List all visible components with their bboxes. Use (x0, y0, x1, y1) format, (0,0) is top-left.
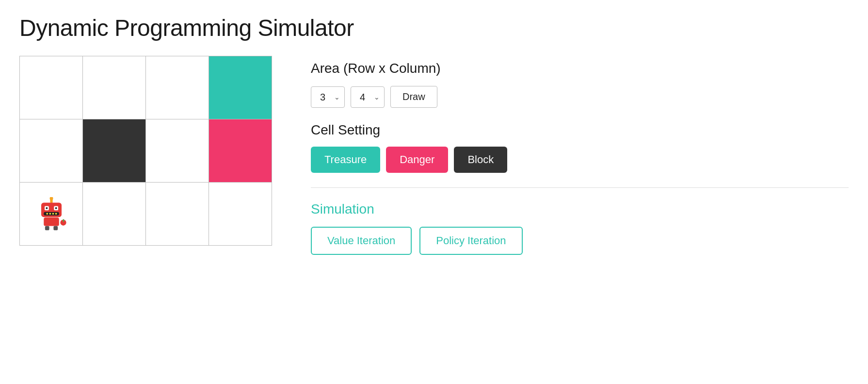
grid-container (19, 56, 272, 246)
grid-cell-1-3[interactable] (209, 119, 272, 183)
col-dropdown-wrapper: 123456 ⌄ (351, 86, 385, 108)
cell-buttons: Treasure Danger Block (311, 147, 849, 173)
draw-button[interactable]: Draw (390, 86, 437, 108)
col-select[interactable]: 123456 (351, 86, 385, 108)
grid-cell-1-2[interactable] (146, 119, 209, 183)
svg-rect-13 (45, 226, 49, 230)
row-select[interactable]: 123456 (311, 86, 345, 108)
svg-rect-5 (46, 207, 48, 209)
grid-cell-1-0[interactable] (20, 119, 83, 183)
svg-point-11 (55, 213, 57, 215)
svg-rect-12 (44, 217, 59, 226)
divider (311, 187, 849, 188)
simulation-heading: Simulation (311, 201, 849, 217)
svg-point-10 (52, 213, 54, 215)
treasure-button[interactable]: Treasure (311, 147, 380, 173)
svg-rect-14 (53, 226, 58, 230)
grid-cell-0-2[interactable] (146, 56, 209, 119)
policy-iteration-button[interactable]: Policy Iteration (419, 227, 522, 255)
main-layout: Area (Row x Column) 123456 ⌄ 123456 ⌄ Dr… (19, 56, 849, 255)
grid-cell-2-1[interactable] (83, 183, 146, 246)
grid-cell-2-0[interactable] (20, 183, 83, 246)
robot-icon (34, 197, 68, 231)
svg-point-9 (49, 213, 51, 215)
danger-button[interactable]: Danger (386, 147, 448, 173)
page-title: Dynamic Programming Simulator (19, 15, 849, 41)
grid-cell-0-3[interactable] (209, 56, 272, 119)
simulation-buttons: Value Iteration Policy Iteration (311, 227, 849, 255)
block-button[interactable]: Block (454, 147, 507, 173)
cell-setting-heading: Cell Setting (311, 122, 849, 138)
svg-rect-16 (63, 219, 64, 221)
svg-point-8 (46, 213, 48, 215)
row-dropdown-wrapper: 123456 ⌄ (311, 86, 345, 108)
svg-rect-6 (55, 207, 57, 209)
grid-cell-1-1[interactable] (83, 119, 146, 183)
grid-cell-0-1[interactable] (83, 56, 146, 119)
area-heading: Area (Row x Column) (311, 61, 849, 76)
grid-cell-0-0[interactable] (20, 56, 83, 119)
grid-section (19, 56, 272, 246)
controls-section: Area (Row x Column) 123456 ⌄ 123456 ⌄ Dr… (311, 56, 849, 255)
area-controls: 123456 ⌄ 123456 ⌄ Draw (311, 86, 849, 108)
grid-cell-2-3[interactable] (209, 183, 272, 246)
grid-cell-2-2[interactable] (146, 183, 209, 246)
value-iteration-button[interactable]: Value Iteration (311, 227, 412, 255)
